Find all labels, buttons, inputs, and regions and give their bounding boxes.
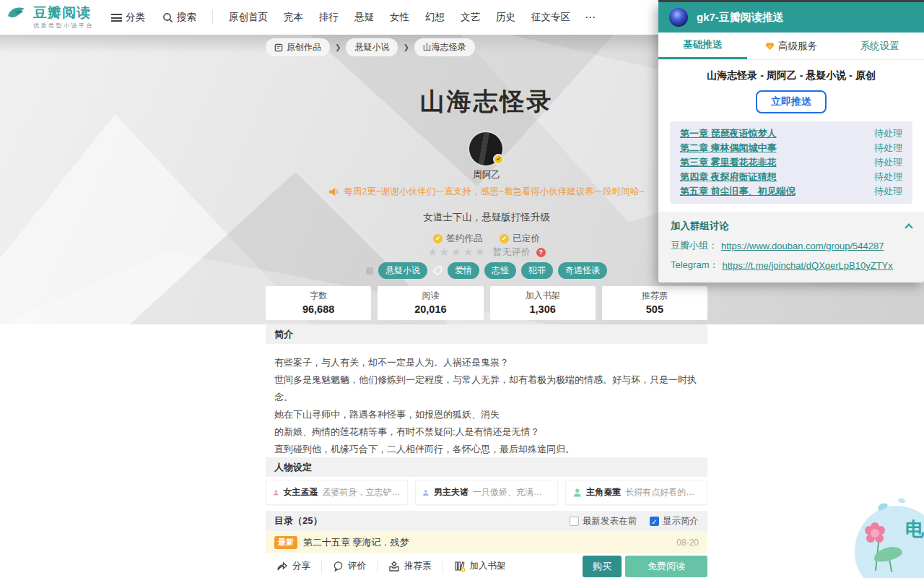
character-desc: 一只傲娇、充满好奇心的神兽 xyxy=(473,486,551,499)
vote-button[interactable]: 推荐票 xyxy=(378,560,443,573)
checkbox-show-intro[interactable] xyxy=(650,517,659,526)
gk7-extension-popup: gk7-豆瓣阅读推送 基础推送 高级服务 系统设置 山海志怪录 - 周阿乙 - … xyxy=(658,2,924,282)
chapter-link[interactable]: 第四章 夜探府衙证猜想 xyxy=(680,171,777,184)
book-subtitle: 女道士下山，悬疑版打怪升级 xyxy=(266,211,707,224)
section-intro-header: 简介 xyxy=(266,324,707,344)
tag-pill[interactable]: 犯罪 xyxy=(521,262,553,279)
popup-header: gk7-豆瓣阅读推送 xyxy=(658,2,924,33)
section-catalog-header: 目录（25） 最新发表在前 显示简介 xyxy=(266,511,707,531)
tab-system-settings[interactable]: 系统设置 xyxy=(835,33,924,59)
nav-category-label: 分类 xyxy=(126,11,145,24)
stat-label: 阅读 xyxy=(378,290,483,302)
breadcrumb-original-works[interactable]: 原创作品 xyxy=(266,38,330,56)
droplet-icon xyxy=(877,502,889,511)
nav-link-rank[interactable]: 排行 xyxy=(319,11,339,24)
share-button[interactable]: 分享 xyxy=(266,560,322,573)
latest-chapter-title[interactable]: 第二十五章 孽海记．残梦 xyxy=(303,536,409,549)
badge-label: 已定价 xyxy=(513,233,540,245)
nav-link-contest[interactable]: 征文专区 xyxy=(531,11,570,24)
tag-icon xyxy=(432,266,443,276)
buy-button[interactable]: 购买 xyxy=(583,556,622,577)
stat-word-count: 字数 96,688 xyxy=(266,286,371,320)
author-verified-badge-icon xyxy=(493,154,504,165)
person-icon xyxy=(422,488,430,498)
nav-category[interactable]: 分类 xyxy=(111,11,145,24)
tag-pill[interactable]: 奇遇怪谈 xyxy=(558,262,607,279)
chapter-link[interactable]: 第三章 雾里看花花非花 xyxy=(680,156,777,169)
chapter-status: 待处理 xyxy=(874,171,902,184)
chevron-up-icon[interactable] xyxy=(905,223,912,231)
tab-label: 基础推送 xyxy=(683,38,722,51)
tag-pill[interactable]: 爱情 xyxy=(448,262,479,279)
stat-value: 1,306 xyxy=(490,303,596,315)
character-card-lead: 主角秦重 长得有点好看的捕快 xyxy=(565,480,707,505)
option-show-intro[interactable]: 显示简介 xyxy=(650,515,699,527)
rating-help-icon[interactable] xyxy=(536,248,546,257)
free-read-button[interactable]: 免费阅读 xyxy=(625,556,707,577)
tag-pill-primary[interactable]: 悬疑小说 xyxy=(378,262,427,279)
popup-book-line: 山海志怪录 - 周阿乙 - 悬疑小说 - 原创 xyxy=(658,69,924,82)
megaphone-icon xyxy=(328,187,339,197)
logo-tagline: 优质类型小说平台 xyxy=(33,22,94,30)
option-newest-first[interactable]: 最新发表在前 xyxy=(570,515,637,527)
author-name[interactable]: 周阿乙 xyxy=(266,169,707,181)
intro-line: 有些案子，与人有关，却不一定是人为。人祸还是鬼祟？ xyxy=(274,354,702,371)
character-desc: 长得有点好看的捕快 xyxy=(625,486,700,499)
nav-link-female[interactable]: 女性 xyxy=(390,11,409,24)
chapter-link[interactable]: 第五章 前尘旧事、初见端倪 xyxy=(680,185,796,198)
latest-chapter-row[interactable]: 最新 第二十五章 孽海记．残梦 08-20 xyxy=(266,531,707,553)
telegram-link[interactable]: https://t.me/joinchat/dQXqerLpB10yZTYx xyxy=(722,260,892,271)
nav-link-suspense[interactable]: 悬疑 xyxy=(354,11,374,24)
action-label: 评价 xyxy=(348,560,366,572)
nav-link-finished[interactable]: 完本 xyxy=(284,11,303,24)
nav-link-literary[interactable]: 文艺 xyxy=(461,11,480,24)
breadcrumb-separator-icon xyxy=(335,43,341,51)
nav-link-home[interactable]: 原创首页 xyxy=(229,11,268,24)
douban-read-logo[interactable]: 豆瓣阅读 优质类型小说平台 xyxy=(7,6,94,30)
rating-row: ★★★★★ 暂无评价 xyxy=(266,246,707,259)
nav-link-fantasy[interactable]: 幻想 xyxy=(425,11,445,24)
bookshelf-add-icon xyxy=(454,561,466,572)
checkbox-newest-first[interactable] xyxy=(570,517,579,526)
stat-value: 96,688 xyxy=(266,303,371,315)
chapter-push-list: 第一章 琵琶夜语惊梦人 待处理 第二章 瘴林偶闻城中事 待处理 第三章 雾里看花… xyxy=(670,121,912,204)
group-section-title: 加入群组讨论 xyxy=(671,220,729,233)
search-icon xyxy=(162,12,173,23)
signed-work-badge: 签约作品 xyxy=(433,233,482,245)
popup-tab-bar: 基础推送 高级服务 系统设置 xyxy=(658,33,924,60)
breadcrumb-suspense-novel[interactable]: 悬疑小说 xyxy=(346,38,398,56)
nav-search[interactable]: 搜索 xyxy=(162,11,196,24)
intro-line: 的新娘、殉情的莲花精等事，有时不禁疑问:人是有情还是无情？ xyxy=(274,423,702,441)
rating-text: 暂无评价 xyxy=(493,246,531,259)
douban-group-link[interactable]: https://www.douban.com/group/544287 xyxy=(721,241,884,251)
author-announcement: 每周2更~谢谢小伙伴们一直支持，感恩~着急看得小伙伴建议养一段时间哈~ xyxy=(266,186,707,198)
push-now-button[interactable]: 立即推送 xyxy=(756,90,827,113)
browser-edge-strip xyxy=(658,0,924,2)
new-badge: 最新 xyxy=(274,536,297,549)
chapter-link[interactable]: 第二章 瘴林偶闻城中事 xyxy=(680,142,777,155)
decoration-text: 电 xyxy=(905,517,924,542)
stat-bookshelf: 加入书架 1,306 xyxy=(490,286,596,320)
tab-premium-service[interactable]: 高级服务 xyxy=(747,33,836,59)
person-icon xyxy=(572,488,582,498)
chapter-row: 第一章 琵琶夜语惊梦人 待处理 xyxy=(680,126,902,141)
tag-pill[interactable]: 志怪 xyxy=(484,262,516,279)
breadcrumb-current-book[interactable]: 山海志怪录 xyxy=(414,38,475,56)
gem-icon xyxy=(765,42,775,51)
action-label: 分享 xyxy=(292,560,310,572)
chapter-status: 待处理 xyxy=(874,127,902,140)
tab-basic-push[interactable]: 基础推送 xyxy=(658,33,747,59)
stat-label: 字数 xyxy=(266,290,371,302)
chapter-link[interactable]: 第一章 琵琶夜语惊梦人 xyxy=(680,127,777,140)
bottom-action-bar: 分享 评价 推荐票 加入书架 购买 xyxy=(0,554,924,578)
nav-more-button[interactable]: ⋯ xyxy=(585,11,596,24)
character-cards: 女主孟遥 孟婆前身，立志铲奸除恶的女道士 男主夫诸 一只傲娇、充满好奇心的神兽 … xyxy=(266,480,707,505)
chapter-status: 待处理 xyxy=(874,142,902,155)
nav-link-history[interactable]: 历史 xyxy=(496,11,515,24)
tag-row: 悬疑小说 爱情 志怪 犯罪 奇遇怪谈 xyxy=(266,262,707,279)
review-button[interactable]: 评价 xyxy=(322,560,378,573)
add-bookshelf-button[interactable]: 加入书架 xyxy=(443,560,517,573)
badge-label: 签约作品 xyxy=(446,233,482,245)
character-name: 女主孟遥 xyxy=(283,486,318,499)
stat-reads: 阅读 20,016 xyxy=(378,286,483,320)
